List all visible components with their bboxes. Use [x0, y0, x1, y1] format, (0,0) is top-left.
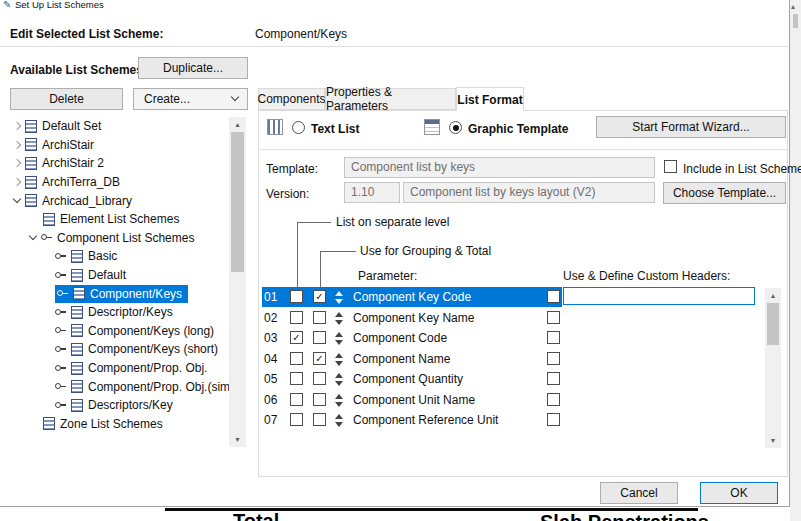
separate-level-checkbox[interactable] — [290, 311, 303, 324]
tree-item-component-keys-short[interactable]: Component/Keys (short) — [10, 340, 229, 359]
chevron-right-icon[interactable] — [13, 141, 21, 149]
reorder-spinner[interactable] — [335, 291, 344, 304]
choose-template-button[interactable]: Choose Template... — [663, 182, 786, 204]
separate-level-checkbox[interactable] — [290, 372, 303, 385]
list-scheme-icon — [25, 157, 37, 170]
tree-item-default-set[interactable]: Default Set — [10, 117, 229, 136]
separate-level-checkbox[interactable]: ✓ — [290, 331, 303, 344]
chevron-right-icon[interactable] — [13, 159, 21, 167]
tree-item-archistair2[interactable]: ArchiStair 2 — [10, 154, 229, 173]
tab-label: Properties & Parameters — [326, 85, 455, 113]
custom-header-checkbox[interactable] — [547, 331, 560, 344]
separate-level-checkbox[interactable] — [290, 413, 303, 426]
reorder-spinner[interactable] — [335, 353, 344, 366]
separate-level-connector — [297, 222, 298, 288]
reorder-spinner[interactable] — [335, 394, 344, 407]
grouping-checkbox[interactable] — [313, 331, 326, 344]
reorder-spinner[interactable] — [335, 332, 344, 345]
row-number: 02 — [264, 311, 277, 325]
tree-item-archistair[interactable]: ArchiStair — [10, 136, 229, 155]
cancel-button[interactable]: Cancel — [600, 482, 678, 504]
list-scheme-icon — [71, 399, 83, 412]
tree-item-architerra-db[interactable]: ArchiTerra_DB — [10, 173, 229, 192]
tree-item-descriptors-key[interactable]: Descriptors/Key — [10, 396, 229, 415]
grouping-checkbox[interactable] — [313, 393, 326, 406]
separate-level-checkbox[interactable] — [290, 393, 303, 406]
scrollbar-down-icon[interactable]: ▾ — [229, 432, 246, 447]
custom-header-checkbox[interactable] — [547, 393, 560, 406]
tab-list-format[interactable]: List Format — [456, 87, 524, 111]
template-label: Template: — [266, 162, 318, 176]
start-format-wizard-button[interactable]: Start Format Wizard... — [596, 116, 786, 138]
reorder-spinner[interactable] — [335, 373, 344, 386]
chevron-down-icon[interactable] — [13, 195, 21, 203]
include-in-list-scheme-checkbox[interactable] — [664, 160, 677, 173]
parameter-row[interactable]: 04 ✓ Component Name — [262, 350, 764, 369]
reorder-spinner[interactable] — [335, 312, 344, 325]
custom-header-checkbox[interactable] — [547, 311, 560, 324]
chevron-right-icon[interactable] — [13, 122, 21, 130]
grouping-checkbox[interactable] — [313, 413, 326, 426]
reorder-spinner[interactable] — [335, 414, 344, 427]
parameter-row[interactable]: 01 ✓ Component Key Code — [262, 288, 764, 307]
list-scheme-icon — [71, 269, 83, 282]
tree-item-component-keys-selected[interactable]: Component/Keys — [10, 284, 229, 303]
tree-item-default[interactable]: Default — [10, 266, 229, 285]
parameter-table: 01 ✓ Component Key Code 02 Component Key… — [262, 288, 764, 448]
grouping-checkbox[interactable]: ✓ — [313, 352, 326, 365]
separate-level-checkbox[interactable] — [290, 352, 303, 365]
parameter-row[interactable]: 07 Component Reference Unit — [262, 411, 764, 430]
ok-button[interactable]: OK — [700, 482, 778, 504]
delete-button[interactable]: Delete — [10, 88, 123, 110]
graphic-template-icon — [424, 119, 440, 135]
parameter-row[interactable]: 03 ✓ Component Code — [262, 329, 764, 348]
background-scrollbar[interactable]: ▴ — [791, 2, 795, 11]
tree-item-descriptor-keys[interactable]: Descriptor/Keys — [10, 303, 229, 322]
row-number: 01 — [264, 290, 277, 304]
custom-header-checkbox[interactable] — [547, 413, 560, 426]
tree-item-element-list-schemes[interactable]: Element List Schemes — [10, 210, 229, 229]
chevron-down-icon[interactable] — [29, 232, 37, 240]
tree-item-zone-list-schemes[interactable]: Zone List Schemes — [10, 415, 229, 434]
graphic-template-radio[interactable] — [449, 121, 462, 134]
tab-properties-parameters[interactable]: Properties & Parameters — [325, 88, 456, 110]
tab-components[interactable]: Components — [258, 88, 325, 110]
scrollbar-up-icon[interactable]: ▴ — [229, 117, 246, 132]
tree-item-component-prop-obj[interactable]: Component/Prop. Obj. — [10, 359, 229, 378]
parameter-row[interactable]: 06 Component Unit Name — [262, 391, 764, 410]
custom-header-checkbox[interactable] — [547, 290, 560, 303]
key-icon — [55, 270, 66, 281]
parameter-row[interactable]: 02 Component Key Name — [262, 309, 764, 328]
custom-header-checkbox[interactable] — [547, 352, 560, 365]
selected-tree-item[interactable]: Component/Keys — [55, 285, 188, 303]
separate-level-checkbox[interactable] — [290, 290, 303, 303]
duplicate-button[interactable]: Duplicate... — [138, 57, 248, 79]
tree-item-basic[interactable]: Basic — [10, 247, 229, 266]
chevron-right-icon[interactable] — [13, 178, 21, 186]
parameter-row[interactable]: 05 Component Quantity — [262, 370, 764, 389]
text-list-radio[interactable] — [292, 121, 305, 134]
graphic-template-label: Graphic Template — [468, 122, 568, 136]
scrollbar-down-icon[interactable]: ▾ — [765, 433, 781, 448]
separate-level-connector — [298, 222, 331, 223]
key-icon — [41, 232, 52, 243]
tree-item-component-list-schemes[interactable]: Component List Schemes — [10, 229, 229, 248]
row-number: 04 — [264, 352, 277, 366]
tree-item-component-prop-obj-simple[interactable]: Component/Prop. Obj.(simple) — [10, 377, 229, 396]
tree-scrollbar-thumb[interactable] — [231, 132, 244, 272]
create-dropdown-label: Create... — [144, 92, 190, 106]
parameter-scrollbar-thumb[interactable] — [767, 303, 779, 345]
custom-header-checkbox[interactable] — [547, 372, 560, 385]
tree-scrollbar[interactable]: ▴ ▾ — [229, 117, 246, 447]
grouping-checkbox[interactable] — [313, 372, 326, 385]
grouping-checkbox[interactable] — [313, 311, 326, 324]
background-scrollbar-thumb[interactable] — [793, 14, 798, 28]
text-list-icon — [267, 119, 283, 135]
tree-item-archicad-library[interactable]: Archicad_Library — [10, 191, 229, 210]
create-dropdown[interactable]: Create... — [133, 88, 248, 110]
tree-item-component-keys-long[interactable]: Component/Keys (long) — [10, 322, 229, 341]
parameter-scrollbar[interactable]: ▴ ▾ — [765, 288, 781, 448]
grouping-checkbox[interactable]: ✓ — [313, 290, 326, 303]
custom-header-input[interactable] — [563, 287, 755, 305]
scrollbar-up-icon[interactable]: ▴ — [765, 288, 781, 303]
